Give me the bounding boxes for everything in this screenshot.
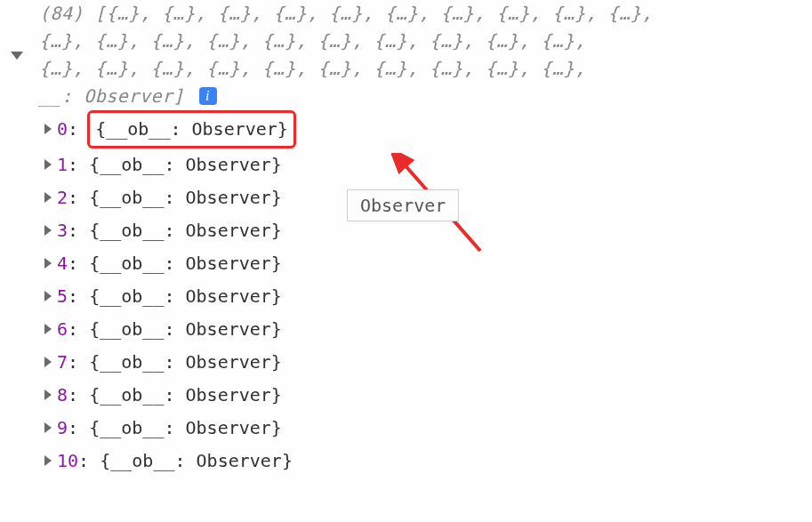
- expand-arrow-icon[interactable]: [44, 357, 52, 367]
- array-item[interactable]: 10: {__ob__: Observer}: [44, 445, 812, 478]
- expand-arrow-icon[interactable]: [44, 225, 52, 236]
- expand-arrow-icon[interactable]: [44, 455, 52, 466]
- item-value[interactable]: {__ob__: Observer}: [89, 384, 282, 406]
- item-value[interactable]: {__ob__: Observer}: [100, 450, 293, 471]
- expand-arrow-icon[interactable]: [44, 192, 52, 203]
- item-index: 2: [57, 187, 68, 208]
- colon: :: [68, 417, 89, 438]
- item-value[interactable]: {__ob__: Observer}: [89, 220, 282, 241]
- array-item[interactable]: 6: {__ob__: Observer}: [44, 313, 812, 346]
- item-index: 7: [57, 351, 68, 373]
- item-value[interactable]: {__ob__: Observer}: [95, 118, 288, 140]
- colon: :: [68, 187, 89, 208]
- expand-arrow-icon[interactable]: [44, 124, 52, 134]
- highlight-box: {__ob__: Observer}: [87, 110, 296, 149]
- item-value[interactable]: {__ob__: Observer}: [89, 318, 282, 340]
- item-value[interactable]: {__ob__: Observer}: [89, 154, 282, 175]
- item-value[interactable]: {__ob__: Observer}: [89, 417, 282, 438]
- colon: :: [68, 253, 89, 274]
- array-item[interactable]: 5: {__ob__: Observer}: [44, 280, 812, 313]
- array-summary[interactable]: (84) [{…}, {…}, {…}, {…}, {…}, {…}, {…},…: [16, 0, 812, 110]
- array-item[interactable]: 8: {__ob__: Observer}: [44, 379, 812, 412]
- array-preview: [{…}, {…}, {…}, {…}, {…}, {…}, {…}, {…},…: [39, 3, 653, 79]
- expand-arrow-icon[interactable]: [44, 422, 52, 433]
- colon: :: [68, 220, 89, 241]
- item-index: 4: [57, 253, 68, 274]
- expand-arrow-icon[interactable]: [44, 389, 52, 400]
- item-index: 10: [57, 450, 78, 471]
- item-index: 5: [57, 285, 68, 307]
- array-item[interactable]: 1: {__ob__: Observer}: [44, 149, 812, 181]
- colon: :: [78, 450, 100, 471]
- item-index: 9: [57, 417, 68, 438]
- expand-arrow-icon[interactable]: [44, 324, 52, 334]
- item-value[interactable]: {__ob__: Observer}: [89, 285, 282, 307]
- item-value[interactable]: {__ob__: Observer}: [89, 351, 282, 373]
- item-value[interactable]: {__ob__: Observer}: [89, 253, 282, 274]
- array-item[interactable]: 4: {__ob__: Observer}: [44, 247, 812, 280]
- colon: :: [68, 154, 89, 175]
- colon: :: [68, 351, 89, 373]
- item-index: 3: [57, 220, 68, 241]
- hover-tooltip: Observer: [347, 189, 459, 221]
- colon: :: [68, 384, 89, 406]
- summary-tail-prefix: __:: [39, 85, 84, 107]
- item-index: 1: [57, 154, 68, 175]
- expand-arrow-icon[interactable]: [44, 159, 52, 170]
- colon: :: [68, 318, 89, 340]
- expand-arrow-icon[interactable]: [44, 291, 52, 301]
- array-item[interactable]: 7: {__ob__: Observer}: [44, 346, 812, 379]
- summary-bracket-close: ]: [173, 85, 185, 107]
- info-icon[interactable]: i: [199, 87, 217, 105]
- item-index: 8: [57, 384, 68, 406]
- colon: :: [68, 285, 89, 307]
- array-item[interactable]: 9: {__ob__: Observer}: [44, 412, 812, 445]
- colon: :: [68, 118, 89, 140]
- array-item[interactable]: 0: {__ob__: Observer}: [44, 110, 812, 149]
- summary-tail-value: Observer: [84, 85, 173, 107]
- array-length: (84): [39, 3, 84, 24]
- expand-toggle[interactable]: [11, 52, 23, 60]
- item-index: 0: [57, 118, 68, 140]
- item-index: 6: [57, 318, 68, 340]
- item-value[interactable]: {__ob__: Observer}: [89, 187, 282, 208]
- expand-arrow-icon[interactable]: [44, 258, 52, 269]
